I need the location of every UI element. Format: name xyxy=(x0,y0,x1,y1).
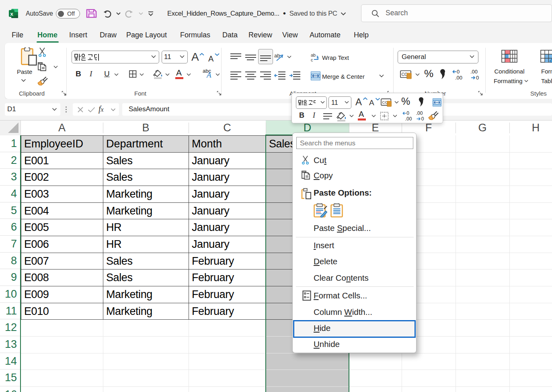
svg-text:0: 0 xyxy=(476,75,479,80)
svg-text:.00: .00 xyxy=(470,69,478,75)
svg-text:0: 0 xyxy=(457,69,460,75)
svg-text:0: 0 xyxy=(421,116,424,121)
svg-text:.00: .00 xyxy=(416,111,423,116)
svg-text:ab: ab xyxy=(311,53,316,57)
svg-text:ab: ab xyxy=(274,53,280,59)
svg-text:.00: .00 xyxy=(405,116,412,121)
svg-text:CC: CC xyxy=(382,100,388,104)
svg-text:c: c xyxy=(311,57,313,62)
svg-text:.00: .00 xyxy=(455,75,462,80)
svg-text:0: 0 xyxy=(406,111,409,116)
svg-text:x: x xyxy=(10,11,13,17)
